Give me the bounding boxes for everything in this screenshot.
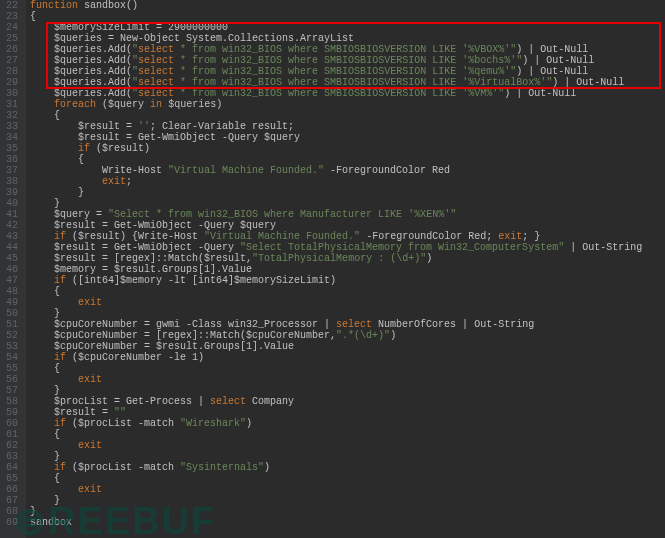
code-line[interactable]: if ($procList -match "Wireshark") <box>30 418 665 429</box>
line-number: 27 <box>6 55 18 66</box>
code-editor[interactable]: 2223242526272829303132333435363738394041… <box>0 0 665 538</box>
code-line[interactable]: $result = [regex]::Match($result,"TotalP… <box>30 253 665 264</box>
line-number: 60 <box>6 418 18 429</box>
code-line[interactable]: if ($result) <box>30 143 665 154</box>
code-line[interactable]: } <box>30 506 665 517</box>
code-line[interactable]: Write-Host "Virtual Machine Founded." -F… <box>30 165 665 176</box>
code-line[interactable]: if ($procList -match "Sysinternals") <box>30 462 665 473</box>
line-number: 31 <box>6 99 18 110</box>
code-line[interactable]: } <box>30 187 665 198</box>
code-line[interactable]: $procList = Get-Process | select Company <box>30 396 665 407</box>
code-line[interactable]: exit <box>30 484 665 495</box>
line-number: 36 <box>6 154 18 165</box>
line-number: 30 <box>6 88 18 99</box>
line-number: 49 <box>6 297 18 308</box>
line-number: 67 <box>6 495 18 506</box>
line-number-gutter: 2223242526272829303132333435363738394041… <box>0 0 26 538</box>
code-line[interactable]: $query = "Select * from win32_BIOS where… <box>30 209 665 220</box>
code-line[interactable]: } <box>30 308 665 319</box>
line-number: 40 <box>6 198 18 209</box>
code-line[interactable]: } <box>30 385 665 396</box>
code-line[interactable]: $queries.Add("select * from win32_BIOS w… <box>30 44 665 55</box>
line-number: 54 <box>6 352 18 363</box>
code-line[interactable]: { <box>30 473 665 484</box>
code-line[interactable]: exit; <box>30 176 665 187</box>
code-line[interactable]: } <box>30 198 665 209</box>
line-number: 51 <box>6 319 18 330</box>
line-number: 42 <box>6 220 18 231</box>
code-line[interactable]: { <box>30 429 665 440</box>
code-line[interactable]: $queries = New-Object System.Collections… <box>30 33 665 44</box>
code-line[interactable]: exit <box>30 440 665 451</box>
line-number: 28 <box>6 66 18 77</box>
code-line[interactable]: $result = "" <box>30 407 665 418</box>
line-number: 24 <box>6 22 18 33</box>
line-number: 44 <box>6 242 18 253</box>
code-line[interactable]: $result = Get-WmiObject -Query "Select T… <box>30 242 665 253</box>
line-number: 47 <box>6 275 18 286</box>
line-number: 41 <box>6 209 18 220</box>
line-number: 32 <box>6 110 18 121</box>
code-line[interactable]: $result = ''; Clear-Variable result; <box>30 121 665 132</box>
code-area[interactable]: function sandbox(){ $memorySizeLimit = 2… <box>26 0 665 538</box>
line-number: 46 <box>6 264 18 275</box>
line-number: 34 <box>6 132 18 143</box>
code-line[interactable]: { <box>30 110 665 121</box>
line-number: 53 <box>6 341 18 352</box>
code-line[interactable]: if ($result) {Write-Host "Virtual Machin… <box>30 231 665 242</box>
line-number: 48 <box>6 286 18 297</box>
code-line[interactable]: $cpuCoreNumber = gwmi -Class win32_Proce… <box>30 319 665 330</box>
code-line[interactable]: { <box>30 286 665 297</box>
line-number: 55 <box>6 363 18 374</box>
line-number: 52 <box>6 330 18 341</box>
code-line[interactable]: $queries.Add("select * from win32_BIOS w… <box>30 55 665 66</box>
code-line[interactable]: $memory = $result.Groups[1].Value <box>30 264 665 275</box>
line-number: 58 <box>6 396 18 407</box>
line-number: 26 <box>6 44 18 55</box>
code-line[interactable]: exit <box>30 297 665 308</box>
code-line[interactable]: $cpuCoreNumber = [regex]::Match($cpuCore… <box>30 330 665 341</box>
code-line[interactable]: $memorySizeLimit = 2900000000 <box>30 22 665 33</box>
line-number: 68 <box>6 506 18 517</box>
line-number: 61 <box>6 429 18 440</box>
code-line[interactable]: exit <box>30 374 665 385</box>
line-number: 25 <box>6 33 18 44</box>
line-number: 39 <box>6 187 18 198</box>
code-line[interactable]: function sandbox() <box>30 0 665 11</box>
line-number: 56 <box>6 374 18 385</box>
line-number: 23 <box>6 11 18 22</box>
code-line[interactable]: { <box>30 363 665 374</box>
code-line[interactable]: if ($cpuCoreNumber -le 1) <box>30 352 665 363</box>
line-number: 57 <box>6 385 18 396</box>
code-line[interactable]: foreach ($query in $queries) <box>30 99 665 110</box>
code-line[interactable]: $result = Get-WmiObject -Query $query <box>30 220 665 231</box>
line-number: 38 <box>6 176 18 187</box>
code-line[interactable]: } <box>30 451 665 462</box>
code-line[interactable]: sandbox <box>30 517 665 528</box>
code-line[interactable]: $cpuCoreNumber = $result.Groups[1].Value <box>30 341 665 352</box>
line-number: 22 <box>6 0 18 11</box>
code-line[interactable]: $result = Get-WmiObject -Query $query <box>30 132 665 143</box>
line-number: 37 <box>6 165 18 176</box>
line-number: 59 <box>6 407 18 418</box>
line-number: 62 <box>6 440 18 451</box>
line-number: 64 <box>6 462 18 473</box>
line-number: 43 <box>6 231 18 242</box>
line-number: 50 <box>6 308 18 319</box>
line-number: 29 <box>6 77 18 88</box>
code-line[interactable]: $queries.Add("select * from win32_BIOS w… <box>30 88 665 99</box>
code-line[interactable]: } <box>30 495 665 506</box>
code-line[interactable]: if ([int64]$memory -lt [int64]$memorySiz… <box>30 275 665 286</box>
code-line[interactable]: $queries.Add("select * from win32_BIOS w… <box>30 77 665 88</box>
line-number: 45 <box>6 253 18 264</box>
code-line[interactable]: $queries.Add("select * from win32_BIOS w… <box>30 66 665 77</box>
line-number: 69 <box>6 517 18 528</box>
line-number: 35 <box>6 143 18 154</box>
line-number: 65 <box>6 473 18 484</box>
code-line[interactable]: { <box>30 11 665 22</box>
line-number: 66 <box>6 484 18 495</box>
line-number: 33 <box>6 121 18 132</box>
line-number: 63 <box>6 451 18 462</box>
code-line[interactable]: { <box>30 154 665 165</box>
